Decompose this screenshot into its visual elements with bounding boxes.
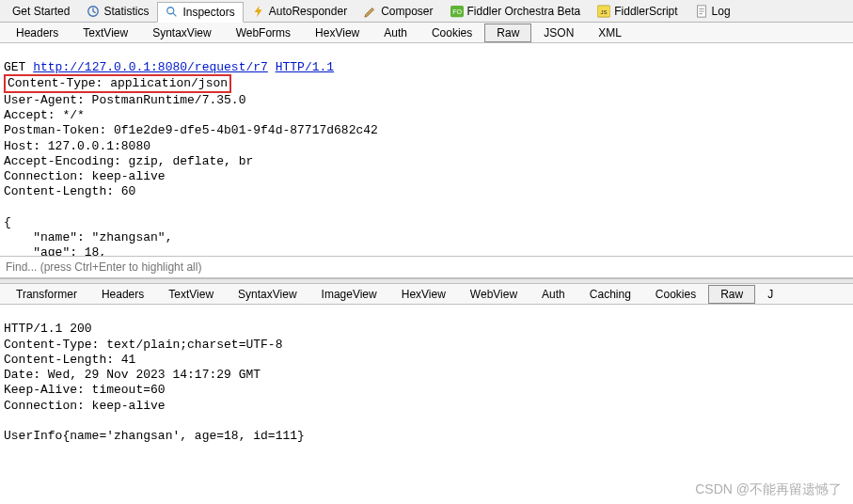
restab-caching[interactable]: Caching xyxy=(577,285,643,304)
restab-headers[interactable]: Headers xyxy=(89,285,156,304)
svg-point-1 xyxy=(167,7,174,13)
response-subtab-strip: Transformer Headers TextView SyntaxView … xyxy=(0,284,853,305)
request-body: { "name": "zhangsan", "age": 18, "id": 1… xyxy=(4,215,172,256)
reqtab-webforms[interactable]: WebForms xyxy=(224,24,303,42)
request-protocol: HTTP/1.1 xyxy=(276,60,334,74)
tab-statistics[interactable]: Statistics xyxy=(78,1,157,22)
restab-auth[interactable]: Auth xyxy=(529,285,577,304)
restab-hexview[interactable]: HexView xyxy=(389,285,458,304)
highlighted-header: Content-Type: application/json xyxy=(4,74,231,93)
magnifier-icon xyxy=(166,6,179,19)
document-icon xyxy=(695,5,708,18)
bolt-icon xyxy=(252,5,265,18)
watermark: CSDN @不能再留遗憾了 xyxy=(695,481,842,498)
tab-label: FiddlerScript xyxy=(614,5,677,18)
request-headers-rest: User-Agent: PostmanRuntime/7.35.0 Accept… xyxy=(4,93,378,199)
reqtab-syntaxview[interactable]: SyntaxView xyxy=(140,24,223,42)
restab-transformer[interactable]: Transformer xyxy=(4,285,89,304)
tab-label: Log xyxy=(712,5,731,18)
response-raw-text: HTTP/1.1 200 Content-Type: text/plain;ch… xyxy=(4,322,305,443)
request-line: GET http://127.0.0.1:8080/request/r7 HTT… xyxy=(4,60,334,74)
svg-text:FO: FO xyxy=(452,8,462,14)
restab-imageview[interactable]: ImageView xyxy=(309,285,389,304)
restab-json[interactable]: J xyxy=(755,285,785,304)
main-tab-strip: Get Started Statistics Inspectors AutoRe… xyxy=(0,0,853,23)
reqtab-textview[interactable]: TextView xyxy=(71,24,140,42)
reqtab-hexview[interactable]: HexView xyxy=(303,24,371,42)
request-url[interactable]: http://127.0.0.1:8080/request/r7 xyxy=(33,60,268,74)
tab-label: Composer xyxy=(381,5,433,18)
find-bar xyxy=(0,256,853,278)
clock-icon xyxy=(87,5,100,18)
tab-get-started[interactable]: Get Started xyxy=(4,1,78,22)
restab-raw[interactable]: Raw xyxy=(708,285,755,304)
tab-label: AutoResponder xyxy=(269,5,347,18)
tab-fiddlerscript[interactable]: JS FiddlerScript xyxy=(589,1,686,22)
tab-label: Inspectors xyxy=(182,6,234,19)
tab-log[interactable]: Log xyxy=(687,1,739,22)
svg-text:JS: JS xyxy=(601,8,608,14)
pencil-icon xyxy=(364,5,377,18)
tab-orchestra[interactable]: FO Fiddler Orchestra Beta xyxy=(442,1,590,22)
reqtab-xml[interactable]: XML xyxy=(586,24,634,42)
fo-badge-icon: FO xyxy=(450,5,464,18)
tab-inspectors[interactable]: Inspectors xyxy=(157,2,243,23)
restab-cookies[interactable]: Cookies xyxy=(643,285,708,304)
request-method: GET xyxy=(4,60,25,74)
tab-composer[interactable]: Composer xyxy=(355,1,441,22)
reqtab-json[interactable]: JSON xyxy=(531,24,586,42)
reqtab-raw[interactable]: Raw xyxy=(484,24,531,42)
find-input[interactable] xyxy=(0,257,853,277)
request-subtab-strip: Headers TextView SyntaxView WebForms Hex… xyxy=(0,23,853,43)
response-raw-pane[interactable]: HTTP/1.1 200 Content-Type: text/plain;ch… xyxy=(0,305,853,444)
js-badge-icon: JS xyxy=(597,5,610,18)
reqtab-auth[interactable]: Auth xyxy=(371,24,419,42)
tab-label: Fiddler Orchestra Beta xyxy=(467,5,581,18)
reqtab-headers[interactable]: Headers xyxy=(4,24,71,42)
restab-textview[interactable]: TextView xyxy=(156,285,226,304)
reqtab-cookies[interactable]: Cookies xyxy=(419,24,484,42)
request-raw-pane[interactable]: GET http://127.0.0.1:8080/request/r7 HTT… xyxy=(0,43,853,256)
restab-webview[interactable]: WebView xyxy=(458,285,529,304)
tab-label: Statistics xyxy=(103,5,149,18)
tab-autoresponder[interactable]: AutoResponder xyxy=(244,1,355,22)
restab-syntaxview[interactable]: SyntaxView xyxy=(226,285,308,304)
